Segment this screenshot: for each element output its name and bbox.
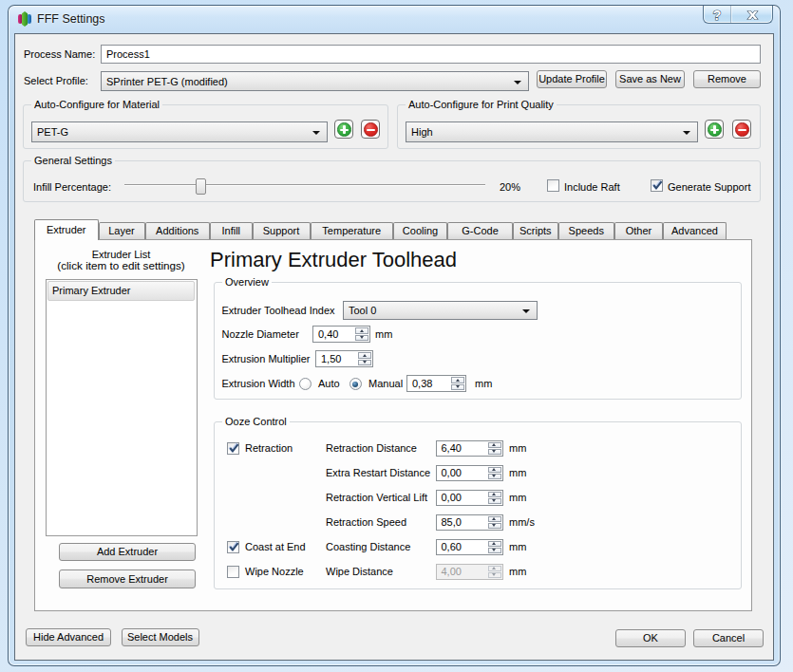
extrusion-width-unit: mm — [475, 375, 492, 392]
infill-percentage-label: Infill Percentage: — [33, 178, 111, 196]
toolhead-heading: Primary Extruder Toolhead — [210, 248, 457, 272]
material-select[interactable]: PET-G — [31, 121, 328, 142]
infill-percentage-value: 20% — [500, 178, 520, 196]
tab-extruder[interactable]: Extruder — [34, 219, 99, 240]
spin-down-button[interactable] — [488, 449, 501, 455]
tab-other[interactable]: Other — [614, 222, 663, 239]
spin-down-button[interactable] — [355, 335, 368, 342]
remove-button[interactable]: Remove — [693, 70, 761, 88]
add-quality-button[interactable] — [705, 120, 724, 139]
profile-select[interactable]: SPrinter PET-G (modified) — [101, 71, 529, 91]
list-item-primary-extruder[interactable]: Primary Extruder — [47, 281, 195, 301]
tab-temperature[interactable]: Temperature — [311, 222, 394, 239]
remove-extruder-button[interactable]: Remove Extruder — [59, 569, 196, 588]
retraction-vertical-lift-spinbox[interactable]: 0,00 — [436, 490, 503, 506]
save-as-new-button[interactable]: Save as New — [615, 70, 685, 88]
svg-text:?: ? — [713, 8, 722, 23]
coasting-distance-spinbox[interactable]: 0,60 — [436, 539, 503, 555]
spin-down-button[interactable] — [358, 360, 371, 366]
extrusion-multiplier-spinbox[interactable]: 1,50 — [315, 350, 373, 367]
tab-layer[interactable]: Layer — [99, 222, 145, 239]
infill-slider-groove[interactable] — [124, 184, 485, 186]
ooze-row-label: Extra Restart Distance — [326, 464, 430, 481]
close-button[interactable] — [730, 6, 774, 23]
select-models-button[interactable]: Select Models — [122, 628, 199, 646]
coast-at-end-checkbox[interactable] — [227, 541, 239, 553]
generate-support-checkbox[interactable] — [651, 179, 663, 192]
tab-infill[interactable]: Infill — [210, 222, 253, 239]
hide-advanced-button[interactable]: Hide Advanced — [26, 628, 111, 646]
spin-down-button[interactable] — [488, 572, 501, 578]
icon-bar-horizontal — [367, 129, 375, 132]
spin-down-button[interactable] — [451, 384, 464, 391]
extruder-list-subtitle: (click item to edit settings) — [46, 257, 197, 274]
wipe-nozzle-checkbox[interactable] — [227, 566, 239, 578]
add-material-button[interactable] — [334, 120, 353, 139]
ok-button[interactable]: OK — [615, 629, 686, 647]
infill-slider-handle[interactable] — [196, 178, 206, 195]
tab-advanced[interactable]: Advanced — [663, 222, 727, 239]
cancel-button[interactable]: Cancel — [693, 629, 764, 647]
spin-buttons — [488, 492, 501, 504]
extrusion-multiplier-label: Extrusion Multiplier — [222, 350, 311, 367]
extrusion-width-auto-radio[interactable] — [299, 378, 312, 390]
remove-quality-button[interactable] — [732, 120, 751, 139]
ooze-row-unit: mm — [509, 464, 526, 481]
spin-up-button[interactable] — [488, 492, 501, 497]
spin-up-button[interactable] — [355, 327, 368, 334]
plus-icon — [337, 122, 351, 137]
help-icon: ? — [704, 6, 730, 24]
include-raft-checkbox[interactable] — [547, 179, 559, 192]
remove-material-button[interactable] — [361, 120, 380, 139]
spin-up-button[interactable] — [488, 467, 501, 473]
spin-buttons — [488, 516, 501, 529]
toolhead-index-label: Extruder Toolhead Index — [222, 302, 335, 319]
extrusion-width-manual-radio[interactable] — [349, 378, 362, 390]
general-settings-title: General Settings — [31, 154, 115, 168]
spin-down-button[interactable] — [488, 523, 501, 529]
spin-down-button[interactable] — [488, 474, 501, 479]
process-name-input[interactable]: Process1 — [101, 45, 761, 64]
retraction-checkbox[interactable] — [227, 442, 239, 455]
nozzle-diameter-spinbox[interactable]: 0,40 — [312, 326, 370, 343]
ooze-row-label: Wipe Distance — [326, 563, 393, 580]
auto-configure-quality-title: Auto-Configure for Print Quality — [406, 98, 557, 112]
wipe-distance-spinbox[interactable]: 4,00 — [436, 564, 503, 580]
spin-up-button[interactable] — [488, 516, 501, 522]
quality-select[interactable]: High — [406, 121, 698, 142]
minus-icon — [364, 122, 378, 137]
tab-gcode[interactable]: G-Code — [447, 222, 513, 239]
spin-up-button[interactable] — [451, 377, 464, 383]
spin-down-button[interactable] — [488, 498, 501, 504]
include-raft-label: Include Raft — [564, 178, 620, 196]
icon-bar-vertical — [713, 125, 716, 134]
ooze-row-unit: mm/s — [509, 513, 535, 531]
toolhead-index-select[interactable]: Tool 0 — [343, 301, 538, 320]
checkmark-icon — [228, 442, 240, 455]
toolhead-index-value: Tool 0 — [349, 302, 376, 319]
tab-additions[interactable]: Additions — [145, 222, 211, 239]
extrusion-width-spinbox[interactable]: 0,38 — [406, 375, 466, 392]
tab-scripts[interactable]: Scripts — [513, 222, 558, 239]
coast-at-end-label: Coast at End — [245, 538, 306, 555]
ooze-row-unit: mm — [509, 563, 526, 580]
retraction-distance-spinbox[interactable]: 6,40 — [436, 440, 503, 457]
extrusion-width-manual-label: Manual — [368, 375, 403, 392]
ooze-row-label: Retraction Speed — [326, 513, 406, 531]
update-profile-button[interactable]: Update Profile — [537, 70, 607, 88]
spin-up-button[interactable] — [488, 541, 501, 547]
spin-down-button[interactable] — [488, 548, 501, 553]
tab-support[interactable]: Support — [253, 222, 311, 239]
spin-up-button[interactable] — [488, 566, 501, 571]
spin-up-button[interactable] — [488, 442, 501, 448]
extra-restart-distance-spinbox[interactable]: 0,00 — [436, 465, 503, 481]
retraction-speed-spinbox[interactable]: 85,0 — [436, 514, 503, 531]
add-extruder-button[interactable]: Add Extruder — [59, 543, 196, 561]
ooze-control-title: Ooze Control — [222, 415, 290, 429]
spin-up-button[interactable] — [358, 352, 371, 359]
tab-speeds[interactable]: Speeds — [558, 222, 615, 239]
help-button[interactable]: ? — [704, 6, 730, 23]
dropdown-arrow-icon — [522, 309, 530, 313]
tab-cooling[interactable]: Cooling — [393, 222, 447, 239]
icon-bar-vertical — [343, 125, 346, 134]
